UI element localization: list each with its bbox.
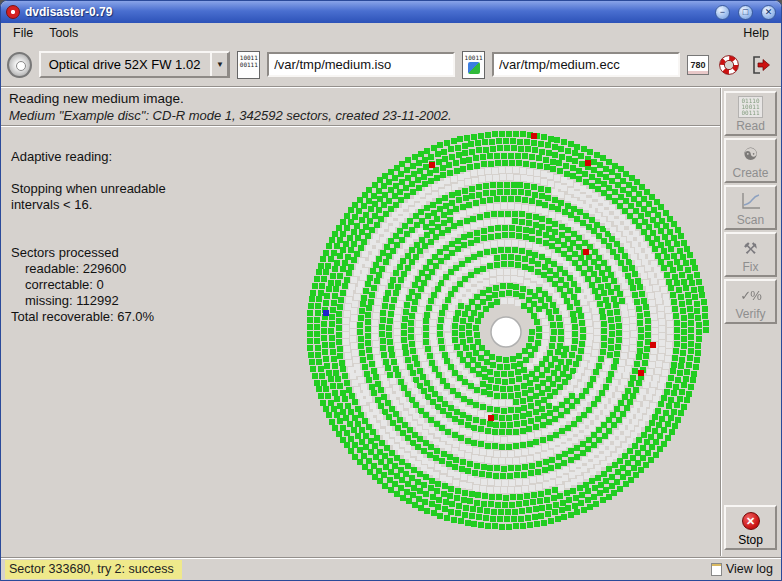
app-icon: [6, 5, 20, 19]
medium-info: Medium "Example disc": CD-R mode 1, 3425…: [9, 108, 711, 123]
toolbar: Optical drive 52X FW 1.02 ▼ 10011 00111 …: [1, 43, 781, 87]
yin-yang-icon: ☯: [743, 144, 758, 165]
iso-path-input[interactable]: [267, 52, 455, 77]
sectors-processed-title: Sectors processed: [11, 245, 166, 261]
missing-count: missing: 112992: [11, 293, 166, 309]
status-bar: Sector 333680, try 2: success View log: [1, 557, 781, 580]
menu-tools[interactable]: Tools: [41, 24, 86, 42]
tools-icon: ⚒: [743, 239, 757, 258]
scan-button-label: Scan: [726, 213, 775, 227]
toolbar-right-group: 780: [687, 54, 775, 76]
correctable-count: correctable: 0: [11, 277, 166, 293]
drive-select-dropdown[interactable]: Optical drive 52X FW 1.02 ▼: [39, 51, 231, 78]
ecc-path-input[interactable]: [492, 52, 680, 77]
drive-select-value: Optical drive 52X FW 1.02: [41, 53, 211, 76]
read-button[interactable]: 01110 10011 00111 Read: [724, 91, 777, 136]
verify-button-label: Verify: [726, 307, 775, 321]
action-title: Reading new medium image.: [9, 91, 711, 106]
total-recoverable: Total recoverable: 67.0%: [11, 309, 166, 325]
reading-stats-panel: Adaptive reading: Stopping when unreadab…: [11, 149, 166, 325]
read-binary-icon: 01110 10011 00111: [726, 95, 775, 119]
header-band: Reading new medium image. Medium "Exampl…: [1, 88, 719, 125]
adaptive-reading-title: Adaptive reading:: [11, 149, 166, 165]
ecc-icon-text: 10011: [465, 54, 483, 61]
maximize-button[interactable]: □: [738, 5, 753, 20]
fix-button[interactable]: ⚒ Fix: [724, 232, 777, 277]
action-sidebar: 01110 10011 00111 Read ☯ Create Scan ⚒ F…: [720, 88, 781, 556]
create-button-label: Create: [726, 166, 775, 180]
ecc-emblem-icon: [468, 62, 480, 74]
view-log-label: View log: [726, 562, 773, 576]
ecc-file-icon: 10011: [462, 51, 485, 79]
stop-button[interactable]: ✕ Stop: [724, 505, 777, 550]
verify-check-icon: ✓%: [740, 288, 760, 303]
iso-icon-text1: 10011: [240, 54, 258, 61]
app-window: dvdisaster-0.79 − □ ✕ File Tools Help Op…: [0, 0, 782, 581]
close-button[interactable]: ✕: [761, 5, 776, 20]
iso-file-icon: 10011 00111: [237, 51, 260, 79]
minimize-button[interactable]: −: [715, 5, 730, 20]
window-title: dvdisaster-0.79: [25, 5, 707, 19]
stop-rule-line2: intervals < 16.: [11, 197, 166, 213]
menu-file[interactable]: File: [5, 24, 41, 42]
reading-spiral-canvas: [296, 127, 716, 542]
preferences-button[interactable]: 780: [687, 55, 709, 75]
scan-chart-icon: [726, 189, 775, 213]
iso-icon-text2: 00111: [240, 61, 258, 68]
stop-button-label: Stop: [726, 533, 775, 547]
menu-help[interactable]: Help: [735, 24, 777, 42]
menu-bar: File Tools Help: [1, 23, 781, 43]
scan-button[interactable]: Scan: [724, 185, 777, 230]
view-log-button[interactable]: View log: [711, 562, 777, 576]
read-button-label: Read: [726, 119, 775, 133]
title-bar[interactable]: dvdisaster-0.79 − □ ✕: [1, 1, 781, 23]
help-lifebuoy-button[interactable]: [718, 54, 740, 76]
chevron-down-icon[interactable]: ▼: [210, 53, 228, 76]
stop-x-icon: ✕: [742, 512, 760, 530]
stop-rule-line1: Stopping when unreadable: [11, 181, 166, 197]
drive-icon[interactable]: [7, 52, 32, 78]
status-message: Sector 333680, try 2: success: [5, 560, 182, 579]
quit-button[interactable]: [749, 54, 771, 76]
content-area: Adaptive reading: Stopping when unreadab…: [1, 127, 720, 556]
fix-button-label: Fix: [726, 260, 775, 274]
log-page-icon: [711, 563, 722, 576]
readable-count: readable: 229600: [11, 261, 166, 277]
create-button[interactable]: ☯ Create: [724, 138, 777, 183]
verify-button[interactable]: ✓% Verify: [724, 279, 777, 324]
